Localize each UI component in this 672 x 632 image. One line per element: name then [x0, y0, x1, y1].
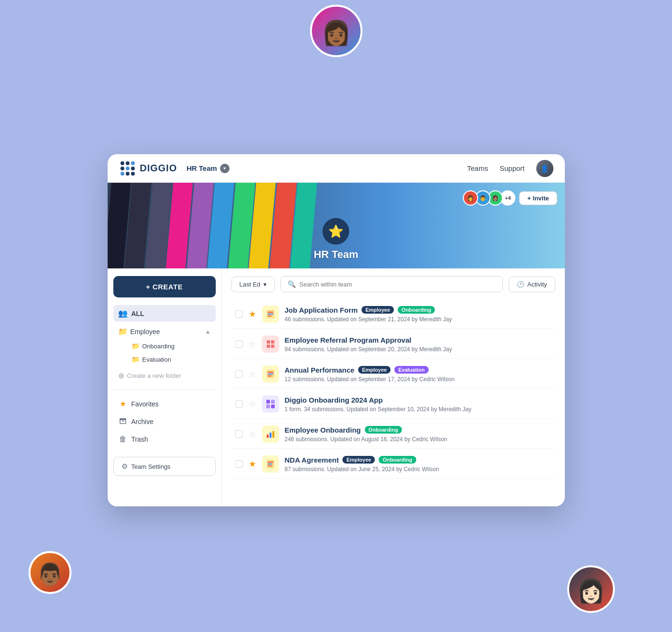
form-item-6[interactable]: ★ NDA Agreement Employee O	[231, 450, 555, 479]
svg-point-3	[120, 167, 124, 170]
sidebar-item-onboarding[interactable]: 📁 Onboarding	[127, 339, 216, 353]
activity-button[interactable]: 🕐 Activity	[509, 276, 555, 292]
all-icon: 👥	[118, 309, 128, 318]
form-star-6[interactable]: ★	[249, 459, 256, 469]
form-item-1[interactable]: ★ Job Application Form Employee	[231, 300, 555, 329]
create-button[interactable]: + CREATE	[113, 276, 216, 297]
sidebar-divider	[113, 389, 216, 390]
search-icon: 🔍	[288, 280, 296, 288]
form-title-row-4: Diggio Onboarding 2024 App	[285, 396, 552, 404]
svg-point-8	[131, 172, 135, 176]
subfolder-label-onboarding: Onboarding	[142, 343, 175, 350]
form-star-3[interactable]: ☆	[249, 369, 256, 379]
svg-rect-24	[266, 400, 270, 404]
form-item-5[interactable]: ☆ Employee Onboarding Onboarding	[231, 420, 555, 449]
form-info-4: Diggio Onboarding 2024 App 1 form. 34 su…	[285, 396, 552, 413]
sort-button[interactable]: Last Ed ▾	[231, 276, 275, 292]
team-settings-icon: ⚙	[121, 462, 128, 471]
form-title-row-3: Annual Performance Employee Evaluation	[285, 366, 552, 374]
search-input[interactable]	[300, 281, 496, 288]
form-icon-1	[262, 306, 279, 323]
form-list: ★ Job Application Form Employee	[231, 300, 555, 479]
svg-rect-18	[267, 345, 270, 348]
form-icon-2	[262, 336, 279, 353]
form-icon-6	[262, 455, 279, 473]
team-selector[interactable]: HR Team ▾	[187, 164, 230, 173]
form-info-2: Employee Referral Program Approval 94 su…	[285, 336, 552, 353]
form-checkbox-2[interactable]	[235, 340, 243, 348]
logo-icon	[119, 160, 136, 177]
team-settings-button[interactable]: ⚙ Team Settings	[113, 457, 216, 476]
form-item-2[interactable]: ☆ Employee Referral Program Approval	[231, 330, 555, 359]
sidebar-item-trash[interactable]: 🗑 Trash	[113, 431, 216, 447]
team-info-center: ⭐ HR Team	[314, 218, 359, 261]
floating-avatar-top: 👩🏾	[310, 5, 362, 57]
form-info-3: Annual Performance Employee Evaluation 1…	[285, 366, 552, 383]
form-checkbox-3[interactable]	[235, 370, 243, 378]
member-avatars: 👩 👨 👩🏽 +4	[466, 190, 515, 206]
form-meta-6: 87 submissions. Updated on June 25, 2024…	[285, 466, 552, 473]
header-right: Teams Support 👤	[467, 160, 553, 177]
form-title-6: NDA Agreement	[285, 456, 339, 464]
form-checkbox-6[interactable]	[235, 460, 243, 468]
form-checkbox-4[interactable]	[235, 400, 243, 408]
form-item-4[interactable]: ☆ Diggio Onboarding 2024 App	[231, 390, 555, 419]
app-window: DIGGIO HR Team ▾ Teams Support 👤	[108, 154, 565, 506]
svg-rect-16	[267, 340, 270, 344]
form-icon-3	[262, 365, 279, 383]
sidebar-bottom: ⚙ Team Settings	[113, 457, 216, 476]
form-star-2[interactable]: ☆	[249, 339, 256, 349]
svg-rect-10	[120, 420, 126, 424]
nav-teams-link[interactable]: Teams	[467, 164, 488, 172]
user-avatar-header[interactable]: 👤	[536, 160, 553, 177]
form-star-1[interactable]: ★	[249, 309, 256, 319]
logo-text: DIGGIO	[140, 163, 177, 174]
sort-label: Last Ed	[240, 281, 261, 288]
sidebar-item-favorites[interactable]: ★ Favorites	[113, 395, 216, 412]
subfolder-icon-evaluation: 📁	[131, 356, 140, 363]
content-toolbar: Last Ed ▾ 🔍 🕐 Activity	[231, 276, 555, 292]
favorites-label: Favorites	[131, 400, 159, 408]
form-meta-4: 1 form. 34 submissions. Updated on Septe…	[285, 406, 552, 413]
svg-point-7	[126, 172, 130, 176]
banner-controls: 👩 👨 👩🏽 +4 + Invite	[466, 190, 557, 206]
sidebar-item-archive[interactable]: Archive	[113, 413, 216, 430]
content-area: Last Ed ▾ 🔍 🕐 Activity ★	[222, 268, 565, 506]
form-title-5: Employee Onboarding	[285, 426, 361, 434]
svg-point-4	[126, 167, 130, 170]
sub-folders-employee: 📁 Onboarding 📁 Evaluation	[113, 339, 216, 366]
form-item-3[interactable]: ☆ Annual Performance Employee	[231, 360, 555, 389]
svg-point-0	[120, 161, 124, 165]
folder-row-employee[interactable]: 📁 Employee ▲	[113, 324, 216, 339]
svg-rect-27	[271, 405, 275, 408]
form-tag-employee-1: Employee	[361, 306, 394, 314]
sidebar-item-all[interactable]: 👥 ALL	[113, 305, 216, 322]
create-folder-row[interactable]: ⊕ Create a new folder	[113, 368, 216, 384]
svg-point-6	[120, 172, 124, 176]
form-title-4: Diggio Onboarding 2024 App	[285, 396, 383, 404]
archive-label: Archive	[131, 418, 154, 425]
main-content: + CREATE 👥 ALL 📁 Employee ▲ 📁 Onboarding	[108, 268, 565, 506]
invite-button[interactable]: + Invite	[519, 191, 557, 205]
form-star-4[interactable]: ☆	[249, 399, 256, 409]
favorites-icon: ★	[118, 399, 128, 408]
form-title-1: Job Application Form	[285, 306, 358, 314]
form-checkbox-5[interactable]	[235, 430, 243, 438]
form-tag-employee-6: Employee	[342, 456, 375, 464]
team-selector-chevron: ▾	[220, 164, 230, 173]
sidebar-folder-employee: 📁 Employee ▲ 📁 Onboarding 📁 Evaluation	[113, 324, 216, 366]
trash-icon: 🗑	[118, 435, 128, 444]
svg-rect-30	[272, 431, 274, 438]
svg-rect-25	[271, 400, 275, 404]
sidebar-item-evaluation[interactable]: 📁 Evaluation	[127, 353, 216, 366]
activity-clock-icon: 🕐	[517, 281, 524, 288]
folder-label-employee: Employee	[130, 328, 202, 336]
form-tag-onboarding-6: Onboarding	[379, 456, 416, 464]
form-checkbox-1[interactable]	[235, 310, 243, 318]
form-tag-evaluation-3: Evaluation	[394, 366, 429, 374]
team-icon: ⭐	[322, 218, 349, 245]
nav-support-link[interactable]: Support	[500, 164, 525, 172]
form-icon-4	[262, 395, 279, 413]
archive-icon	[118, 417, 128, 426]
form-star-5[interactable]: ☆	[249, 429, 256, 439]
